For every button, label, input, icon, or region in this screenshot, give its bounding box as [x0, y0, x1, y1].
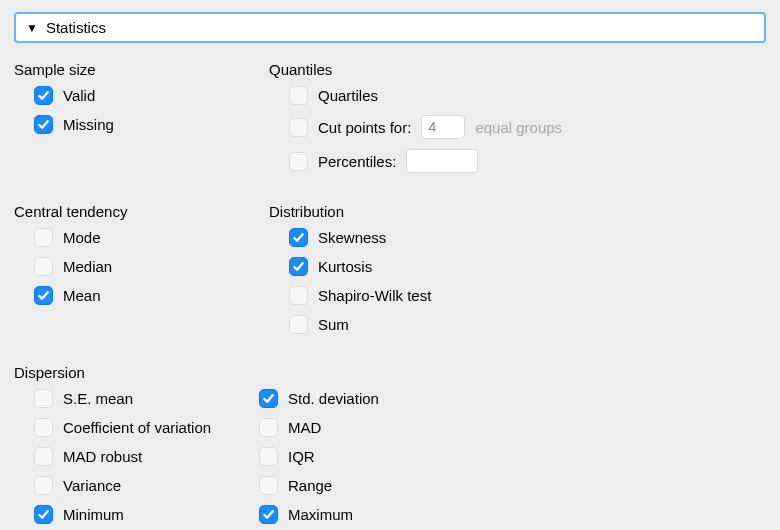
checkbox-shapiro[interactable] — [289, 286, 308, 305]
checkbox-mad-robust[interactable] — [34, 447, 53, 466]
label-se-mean: S.E. mean — [63, 390, 133, 407]
label-cut-points: Cut points for: — [318, 119, 411, 136]
label-iqr: IQR — [288, 448, 315, 465]
label-range: Range — [288, 477, 332, 494]
checkbox-median[interactable] — [34, 257, 53, 276]
label-sum: Sum — [318, 316, 349, 333]
checkbox-skewness[interactable] — [289, 228, 308, 247]
label-valid: Valid — [63, 87, 95, 104]
collapse-triangle-icon: ▼ — [26, 22, 38, 34]
input-percentiles[interactable] — [406, 149, 478, 173]
label-quartiles: Quartiles — [318, 87, 378, 104]
label-shapiro: Shapiro-Wilk test — [318, 287, 431, 304]
label-skewness: Skewness — [318, 229, 386, 246]
checkbox-quartiles[interactable] — [289, 86, 308, 105]
section-sample-size-title: Sample size — [14, 61, 269, 78]
checkbox-missing[interactable] — [34, 115, 53, 134]
label-missing: Missing — [63, 116, 114, 133]
checkbox-minimum[interactable] — [34, 505, 53, 524]
checkbox-variance[interactable] — [34, 476, 53, 495]
panel-header[interactable]: ▼ Statistics — [14, 12, 766, 43]
checkbox-kurtosis[interactable] — [289, 257, 308, 276]
label-mode: Mode — [63, 229, 101, 246]
label-mad-robust: MAD robust — [63, 448, 142, 465]
section-dispersion-title: Dispersion — [14, 364, 766, 381]
checkbox-cov[interactable] — [34, 418, 53, 437]
label-cov: Coefficient of variation — [63, 419, 211, 436]
label-minimum: Minimum — [63, 506, 124, 523]
checkbox-valid[interactable] — [34, 86, 53, 105]
label-maximum: Maximum — [288, 506, 353, 523]
section-distribution-title: Distribution — [269, 203, 739, 220]
label-equal-groups: equal groups — [475, 119, 562, 136]
checkbox-cut-points[interactable] — [289, 118, 308, 137]
label-variance: Variance — [63, 477, 121, 494]
label-std-dev: Std. deviation — [288, 390, 379, 407]
checkbox-se-mean[interactable] — [34, 389, 53, 408]
checkbox-maximum[interactable] — [259, 505, 278, 524]
checkbox-mad[interactable] — [259, 418, 278, 437]
label-percentiles: Percentiles: — [318, 153, 396, 170]
label-kurtosis: Kurtosis — [318, 258, 372, 275]
checkbox-iqr[interactable] — [259, 447, 278, 466]
label-median: Median — [63, 258, 112, 275]
input-cut-points[interactable] — [421, 115, 465, 139]
label-mean: Mean — [63, 287, 101, 304]
checkbox-percentiles[interactable] — [289, 152, 308, 171]
checkbox-mean[interactable] — [34, 286, 53, 305]
checkbox-sum[interactable] — [289, 315, 308, 334]
section-quantiles-title: Quantiles — [269, 61, 739, 78]
label-mad: MAD — [288, 419, 321, 436]
checkbox-mode[interactable] — [34, 228, 53, 247]
checkbox-range[interactable] — [259, 476, 278, 495]
section-central-tendency-title: Central tendency — [14, 203, 269, 220]
panel-title: Statistics — [46, 19, 106, 36]
checkbox-std-dev[interactable] — [259, 389, 278, 408]
